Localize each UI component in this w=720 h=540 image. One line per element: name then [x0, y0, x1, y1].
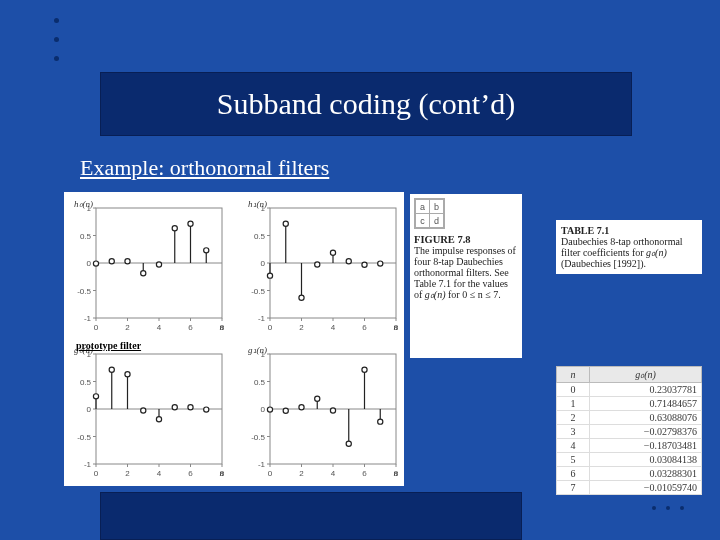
svg-point-37 [204, 248, 209, 253]
svg-text:6: 6 [188, 469, 193, 478]
svg-text:0: 0 [87, 259, 92, 268]
table-row: 10.71484657 [557, 397, 702, 411]
col-n: n [557, 367, 590, 383]
plot-g1: -1-0.500.5102468g₁(n)n [242, 342, 404, 484]
svg-point-65 [283, 221, 288, 226]
svg-point-35 [188, 221, 193, 226]
svg-text:-0.5: -0.5 [251, 433, 265, 442]
table-row: 4−0.18703481 [557, 439, 702, 453]
svg-text:-1: -1 [258, 460, 266, 469]
svg-text:0.5: 0.5 [254, 232, 266, 241]
svg-text:0.5: 0.5 [80, 378, 92, 387]
svg-text:h₁(n): h₁(n) [248, 199, 267, 209]
footer-dots [642, 496, 684, 514]
table-row: 50.03084138 [557, 453, 702, 467]
table-body: 00.2303778110.7148465720.630880763−0.027… [557, 383, 702, 495]
svg-text:0.5: 0.5 [80, 232, 92, 241]
svg-text:2: 2 [125, 469, 130, 478]
svg-point-111 [156, 417, 161, 422]
svg-text:0: 0 [268, 323, 273, 332]
svg-text:0: 0 [268, 469, 273, 478]
svg-text:n: n [220, 468, 225, 478]
svg-point-69 [315, 262, 320, 267]
svg-point-157 [378, 419, 383, 424]
prototype-label: prototype filter [76, 340, 141, 351]
svg-text:4: 4 [157, 323, 162, 332]
slide-bullets [54, 18, 59, 75]
col-g: g₀(n) [590, 367, 702, 383]
svg-text:-0.5: -0.5 [77, 433, 91, 442]
svg-text:6: 6 [188, 323, 193, 332]
svg-point-75 [362, 262, 367, 267]
svg-text:4: 4 [157, 469, 162, 478]
svg-text:0: 0 [261, 405, 266, 414]
table-row: 00.23037781 [557, 383, 702, 397]
svg-point-143 [267, 407, 272, 412]
svg-text:4: 4 [331, 323, 336, 332]
svg-text:-1: -1 [258, 314, 266, 323]
svg-point-63 [267, 273, 272, 278]
svg-text:h₀(n): h₀(n) [74, 199, 93, 209]
svg-point-115 [188, 405, 193, 410]
svg-point-145 [283, 408, 288, 413]
svg-point-27 [125, 259, 130, 264]
svg-text:0: 0 [94, 323, 99, 332]
svg-point-77 [378, 261, 383, 266]
svg-point-109 [141, 408, 146, 413]
svg-text:n: n [394, 322, 399, 332]
svg-point-25 [109, 259, 114, 264]
table-row: 20.63088076 [557, 411, 702, 425]
coefficients-table: n g₀(n) 00.2303778110.7148465720.6308807… [556, 366, 702, 495]
svg-point-117 [204, 407, 209, 412]
svg-text:-0.5: -0.5 [251, 287, 265, 296]
plot-h0: -1-0.500.5102468h₀(n)n [68, 196, 230, 338]
svg-text:2: 2 [299, 469, 304, 478]
svg-point-71 [330, 250, 335, 255]
table-row: 60.03288301 [557, 467, 702, 481]
svg-point-147 [299, 405, 304, 410]
svg-text:0.5: 0.5 [254, 378, 266, 387]
svg-text:2: 2 [299, 323, 304, 332]
svg-point-33 [172, 226, 177, 231]
svg-text:n: n [394, 468, 399, 478]
svg-text:-0.5: -0.5 [77, 287, 91, 296]
svg-point-149 [315, 396, 320, 401]
svg-text:n: n [220, 322, 225, 332]
slide-title: Subband coding (cont’d) [217, 87, 515, 121]
svg-point-113 [172, 405, 177, 410]
svg-point-31 [156, 262, 161, 267]
plot-h1: -1-0.500.5102468h₁(n)n [242, 196, 404, 338]
table-caption: TABLE 7.1 Daubechies 8-tap orthonormal f… [556, 220, 702, 274]
svg-point-23 [93, 261, 98, 266]
plots-panel: -1-0.500.5102468h₀(n)n -1-0.500.5102468h… [64, 192, 404, 486]
figure-number: FIGURE 7.8 [414, 234, 518, 245]
svg-text:2: 2 [125, 323, 130, 332]
svg-point-105 [109, 367, 114, 372]
svg-text:0: 0 [94, 469, 99, 478]
svg-text:4: 4 [331, 469, 336, 478]
figure-caption: ab cd FIGURE 7.8 The impulse responses o… [410, 194, 522, 358]
svg-point-153 [346, 441, 351, 446]
svg-text:6: 6 [362, 323, 367, 332]
example-heading: Example: orthonornal filters [80, 155, 329, 181]
svg-text:-1: -1 [84, 314, 92, 323]
svg-point-29 [141, 271, 146, 276]
svg-point-155 [362, 367, 367, 372]
svg-text:6: 6 [362, 469, 367, 478]
footer-bar [100, 492, 522, 540]
table-row: 7−0.01059740 [557, 481, 702, 495]
svg-point-103 [93, 394, 98, 399]
svg-point-151 [330, 408, 335, 413]
svg-text:0: 0 [87, 405, 92, 414]
svg-point-107 [125, 372, 130, 377]
svg-point-73 [346, 259, 351, 264]
svg-text:g₁(n): g₁(n) [248, 345, 267, 355]
plot-g0: -1-0.500.5102468g₀(n)n [68, 342, 230, 484]
svg-point-67 [299, 295, 304, 300]
subplot-grid-key: ab cd [414, 198, 445, 229]
title-bar: Subband coding (cont’d) [100, 72, 632, 136]
svg-text:0: 0 [261, 259, 266, 268]
svg-text:-1: -1 [84, 460, 92, 469]
table-row: 3−0.02798376 [557, 425, 702, 439]
